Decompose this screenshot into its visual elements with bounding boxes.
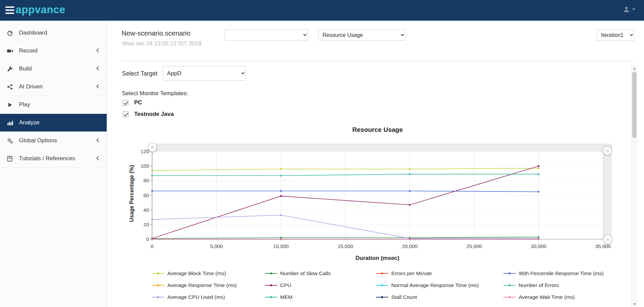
svg-text:15,000: 15,000 bbox=[337, 243, 353, 249]
legend-item[interactable]: Number of Errors bbox=[503, 282, 559, 289]
sidebar-item-label: Build bbox=[19, 65, 32, 72]
legend-item[interactable]: Average Response Time (ms) bbox=[152, 282, 237, 289]
grip-icon bbox=[606, 150, 609, 152]
legend-marker-icon bbox=[265, 297, 277, 298]
legend-marker-icon bbox=[265, 285, 277, 286]
scenario-timestamp: Wed Jan 24 13:05:12 IST 2018 bbox=[122, 40, 202, 47]
legend-item[interactable]: CPU bbox=[265, 282, 291, 289]
svg-text:120: 120 bbox=[141, 148, 149, 154]
scrollbar-thumb[interactable] bbox=[632, 72, 637, 138]
vertical-scrollbar[interactable] bbox=[631, 66, 637, 307]
legend-marker-icon bbox=[152, 297, 164, 298]
video-camera-icon bbox=[7, 48, 15, 54]
target-select[interactable]: AppD bbox=[163, 66, 246, 81]
hamburger-menu-icon[interactable] bbox=[5, 6, 15, 15]
svg-text:20,000: 20,000 bbox=[402, 243, 418, 249]
sidebar-item-label: AI Driven bbox=[19, 83, 43, 90]
grip-icon bbox=[606, 238, 609, 241]
iteration-select[interactable]: Iteration1 bbox=[597, 29, 635, 41]
grip-icon bbox=[151, 146, 154, 149]
legend-marker-icon bbox=[152, 273, 164, 274]
sidebar-item-label: Dashboard bbox=[19, 29, 47, 36]
sidebar-item-play[interactable]: Play bbox=[0, 96, 107, 114]
sidebar-item-analyze[interactable]: Analyze bbox=[0, 114, 107, 132]
svg-text:25,000: 25,000 bbox=[466, 243, 482, 249]
legend-item[interactable]: Errors per Minute bbox=[376, 270, 432, 277]
sidebar-item-tutorials[interactable]: Tutorials / References bbox=[0, 150, 107, 168]
chevron-down-icon bbox=[632, 8, 636, 11]
legend-item[interactable]: Average CPU Used (ms) bbox=[152, 293, 225, 301]
metric-category-select[interactable] bbox=[225, 29, 308, 41]
legend-label: Number of Errors bbox=[519, 282, 559, 288]
sidebar-item-ai-driven[interactable]: AI Driven bbox=[0, 78, 107, 96]
scroll-up-arrow-icon[interactable] bbox=[631, 66, 637, 71]
zoom-handle-left[interactable] bbox=[148, 143, 157, 152]
legend-marker-icon bbox=[503, 297, 516, 298]
sidebar-item-label: Tutorials / References bbox=[19, 155, 75, 162]
user-icon bbox=[623, 6, 630, 13]
topbar: appvance bbox=[0, 0, 644, 21]
checkbox-testnode-java[interactable] bbox=[123, 111, 128, 117]
legend-item[interactable]: Stall Count bbox=[376, 293, 417, 301]
legend-marker-icon bbox=[376, 285, 388, 286]
x-axis-label: Duration (msec) bbox=[355, 255, 399, 262]
legend-item[interactable]: MEM bbox=[265, 293, 292, 301]
bar-chart-icon bbox=[7, 120, 15, 126]
scroll-down-arrow-icon[interactable] bbox=[631, 302, 637, 307]
sidebar-item-record[interactable]: Record bbox=[0, 42, 107, 60]
chevron-left-icon bbox=[96, 84, 101, 89]
legend-marker-icon bbox=[503, 285, 516, 286]
select-target-label: Select Target bbox=[122, 70, 158, 77]
sidebar-item-label: Global Options bbox=[19, 137, 57, 144]
svg-text:30,000: 30,000 bbox=[531, 243, 546, 249]
sidebar-item-global-options[interactable]: Global Options bbox=[0, 132, 107, 150]
chevron-left-icon bbox=[96, 156, 101, 161]
book-icon bbox=[7, 156, 15, 162]
legend-marker-icon bbox=[376, 273, 388, 274]
zoom-handle-top[interactable] bbox=[603, 146, 612, 155]
legend-label: CPU bbox=[280, 282, 291, 288]
svg-text:20: 20 bbox=[143, 222, 149, 227]
gears-icon bbox=[7, 138, 15, 144]
chart-plot: 02040608010012005,00010,00015,00020,0002… bbox=[121, 136, 640, 270]
legend-marker-icon bbox=[265, 273, 277, 274]
sidebar-item-build[interactable]: Build bbox=[0, 60, 107, 78]
sidebar-item-label: Analyze bbox=[19, 119, 39, 126]
svg-text:0: 0 bbox=[151, 243, 153, 249]
legend-item[interactable]: Normal Average Response Time (ms) bbox=[376, 282, 479, 289]
legend-item[interactable]: Average Wait Time (ms) bbox=[503, 293, 575, 301]
sidebar-item-label: Play bbox=[19, 101, 30, 108]
chevron-left-icon bbox=[96, 138, 101, 143]
legend-label: Number of Slow Calls bbox=[280, 270, 331, 277]
template-label: Testnode Java bbox=[134, 111, 174, 118]
legend-marker-icon bbox=[152, 285, 164, 286]
template-row: PC bbox=[123, 99, 142, 106]
legend-marker-icon bbox=[376, 297, 388, 298]
legend-item[interactable]: 95th Percentile Response Time (ms) bbox=[503, 270, 604, 277]
dashboard-icon bbox=[7, 30, 15, 36]
checkbox-pc[interactable] bbox=[123, 100, 128, 106]
sidebar: Dashboard Record Build AI Driven bbox=[0, 21, 107, 307]
view-select[interactable]: Resource Usage bbox=[318, 29, 406, 41]
svg-text:60: 60 bbox=[143, 192, 149, 198]
y-axis-label: Usage Percentage (%) bbox=[129, 165, 135, 222]
zoom-handle-bottom[interactable] bbox=[603, 235, 612, 244]
legend-item[interactable]: Average Block Time (ms) bbox=[152, 270, 226, 277]
chevron-left-icon bbox=[96, 48, 101, 53]
divider bbox=[121, 61, 635, 61]
legend-label: Errors per Minute bbox=[391, 270, 432, 277]
user-menu[interactable] bbox=[623, 6, 636, 13]
chart-title: Resource Usage bbox=[152, 126, 603, 134]
sidebar-item-dashboard[interactable]: Dashboard bbox=[0, 24, 107, 42]
legend-marker-icon bbox=[503, 273, 516, 274]
legend-label: Normal Average Response Time (ms) bbox=[391, 282, 479, 288]
chart-legend: Average Block Time (ms)Number of Slow Ca… bbox=[121, 270, 640, 307]
svg-text:0: 0 bbox=[146, 236, 149, 242]
svg-text:35,000: 35,000 bbox=[595, 243, 611, 249]
svg-text:100: 100 bbox=[141, 163, 149, 169]
svg-text:40: 40 bbox=[143, 207, 149, 213]
legend-label: Average Wait Time (ms) bbox=[519, 294, 575, 300]
legend-item[interactable]: Number of Slow Calls bbox=[265, 270, 331, 277]
chevron-left-icon bbox=[96, 66, 101, 71]
sidebar-item-label: Record bbox=[19, 47, 38, 54]
